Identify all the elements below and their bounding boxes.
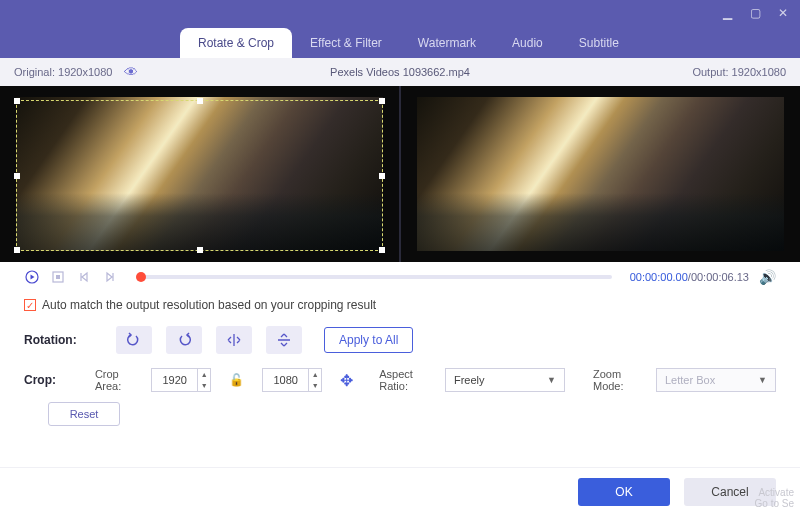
next-frame-button[interactable] [102, 269, 118, 285]
aspect-ratio-label: Aspect Ratio: [379, 368, 427, 392]
controls-panel: ✓ Auto match the output resolution based… [0, 292, 800, 426]
flip-horizontal-button[interactable] [216, 326, 252, 354]
playback-bar: 00:00:00.00/00:00:06.13 🔊 [0, 262, 800, 292]
editor-window: ▁ ▢ ✕ Rotate & Crop Effect & Filter Wate… [0, 0, 800, 515]
crop-height-spinner[interactable]: ▲▼ [308, 368, 322, 392]
caret-down-icon: ▼ [758, 375, 767, 385]
crop-handle-ne[interactable] [379, 98, 385, 104]
crop-handle-s[interactable] [197, 247, 203, 253]
rotate-cw-icon [176, 332, 192, 348]
zoom-mode-value: Letter Box [665, 374, 715, 386]
tab-effect-filter[interactable]: Effect & Filter [292, 28, 400, 58]
info-bar: Original: 1920x1080 👁 Pexels Videos 1093… [0, 58, 800, 86]
caret-down-icon: ▼ [547, 375, 556, 385]
reset-button[interactable]: Reset [48, 402, 120, 426]
play-icon [25, 270, 39, 284]
auto-match-checkbox[interactable]: ✓ [24, 299, 36, 311]
svg-rect-2 [56, 275, 60, 279]
crop-handle-nw[interactable] [14, 98, 20, 104]
preview-eye-icon[interactable]: 👁 [124, 64, 138, 80]
flip-vertical-icon [276, 332, 292, 348]
auto-match-label: Auto match the output resolution based o… [42, 298, 376, 312]
time-display: 00:00:00.00/00:00:06.13 [630, 271, 749, 283]
rotate-ccw-button[interactable] [116, 326, 152, 354]
crop-handle-n[interactable] [197, 98, 203, 104]
rotate-ccw-icon [126, 332, 142, 348]
close-button[interactable]: ✕ [776, 6, 790, 20]
prev-frame-icon [78, 271, 90, 283]
minimize-button[interactable]: ▁ [720, 6, 734, 20]
aspect-ratio-select[interactable]: Freely ▼ [445, 368, 565, 392]
tab-subtitle[interactable]: Subtitle [561, 28, 637, 58]
current-time: 00:00:00.00 [630, 271, 688, 283]
activation-watermark: Activate Go to Se [755, 487, 794, 509]
apply-to-all-button[interactable]: Apply to All [324, 327, 413, 353]
footer: OK Cancel Activate Go to Se [0, 467, 800, 515]
ok-button[interactable]: OK [578, 478, 670, 506]
preview-area [0, 86, 800, 262]
timeline-playhead[interactable] [136, 272, 146, 282]
output-resolution-label: Output: 1920x1080 [692, 66, 786, 78]
stop-icon [52, 271, 64, 283]
tab-watermark[interactable]: Watermark [400, 28, 494, 58]
next-frame-icon [104, 271, 116, 283]
rotation-row: Rotation: Apply to All [24, 326, 776, 354]
aspect-ratio-value: Freely [454, 374, 485, 386]
crop-row: Crop: Crop Area: ▲▼ 🔓 ▲▼ ✥ Aspect Ratio:… [24, 368, 776, 392]
tab-rotate-crop[interactable]: Rotate & Crop [180, 28, 292, 58]
crop-height-field[interactable] [262, 368, 308, 392]
flip-horizontal-icon [226, 332, 242, 348]
crop-selection-box[interactable] [16, 100, 383, 251]
source-preview-pane[interactable] [0, 86, 399, 262]
crop-handle-se[interactable] [379, 247, 385, 253]
output-preview-pane [401, 86, 800, 262]
crop-width-input[interactable]: ▲▼ [151, 368, 211, 392]
maximize-button[interactable]: ▢ [748, 6, 762, 20]
flip-vertical-button[interactable] [266, 326, 302, 354]
volume-icon[interactable]: 🔊 [759, 269, 776, 285]
zoom-mode-label: Zoom Mode: [593, 368, 638, 392]
auto-match-row: ✓ Auto match the output resolution based… [24, 298, 776, 312]
crop-width-spinner[interactable]: ▲▼ [197, 368, 211, 392]
rotate-cw-button[interactable] [166, 326, 202, 354]
zoom-mode-select[interactable]: Letter Box ▼ [656, 368, 776, 392]
stop-button[interactable] [50, 269, 66, 285]
duration-time: 00:00:06.13 [691, 271, 749, 283]
crop-handle-sw[interactable] [14, 247, 20, 253]
filename-label: Pexels Videos 1093662.mp4 [330, 66, 470, 78]
center-crop-icon[interactable]: ✥ [340, 371, 353, 390]
lock-aspect-icon[interactable]: 🔓 [229, 373, 244, 387]
original-resolution-label: Original: 1920x1080 [14, 66, 112, 78]
crop-area-label: Crop Area: [95, 368, 133, 392]
timeline-track[interactable] [136, 275, 612, 279]
tab-bar: Rotate & Crop Effect & Filter Watermark … [0, 26, 800, 58]
crop-height-input[interactable]: ▲▼ [262, 368, 322, 392]
watermark-line1: Activate [755, 487, 794, 498]
watermark-line2: Go to Se [755, 498, 794, 509]
play-button[interactable] [24, 269, 40, 285]
tab-audio[interactable]: Audio [494, 28, 561, 58]
titlebar: ▁ ▢ ✕ [0, 0, 800, 26]
prev-frame-button[interactable] [76, 269, 92, 285]
crop-handle-w[interactable] [14, 173, 20, 179]
crop-label: Crop: [24, 373, 81, 387]
crop-width-field[interactable] [151, 368, 197, 392]
rotation-label: Rotation: [24, 333, 102, 347]
crop-handle-e[interactable] [379, 173, 385, 179]
output-media [417, 97, 784, 252]
